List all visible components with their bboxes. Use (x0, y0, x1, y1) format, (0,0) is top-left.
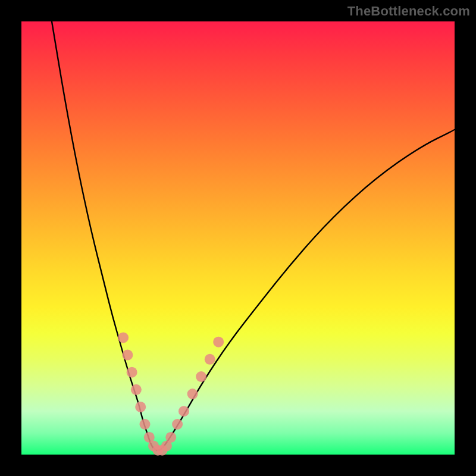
highlight-dot (172, 419, 183, 430)
highlight-dots-group (118, 332, 224, 455)
watermark-text: TheBottleneck.com (347, 4, 470, 19)
highlight-dot (118, 332, 129, 343)
highlight-dot (187, 389, 198, 399)
highlight-dot (165, 432, 176, 443)
chart-frame: TheBottleneck.com (0, 0, 476, 476)
highlight-dot (122, 350, 133, 361)
highlight-dot (135, 402, 146, 412)
highlight-dot (140, 419, 151, 430)
curve-svg (21, 21, 455, 455)
highlight-dot (127, 367, 137, 378)
highlight-dot (196, 371, 206, 382)
highlight-dot (131, 384, 142, 395)
highlight-dot (213, 337, 224, 347)
highlight-dot (205, 354, 215, 365)
highlight-dot (178, 406, 189, 416)
bottleneck-curve (52, 21, 455, 450)
plot-area (21, 21, 455, 455)
